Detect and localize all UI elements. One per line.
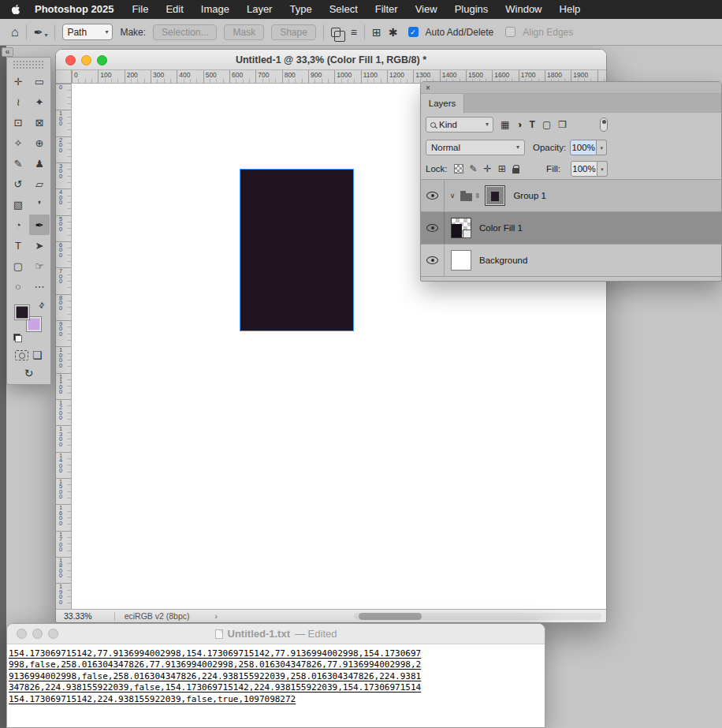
hand-tool-icon[interactable]: ☞ [29,256,50,276]
more-tools-icon[interactable]: ⋯ [29,276,50,297]
object-selection-tool-icon[interactable]: ✦ [29,91,50,112]
group-expand-chevron-icon[interactable]: ∨ [448,192,457,200]
layer-thumbnail[interactable] [451,250,471,271]
path-alignment-icon[interactable]: ≡ [351,27,357,38]
lock-position-icon[interactable]: ✛ [484,164,492,174]
lock-image-pixels-icon[interactable]: ✎ [470,164,478,174]
panel-grip[interactable] [13,60,45,69]
swap-colors-icon[interactable]: ⇄ [37,301,47,310]
path-mode-select[interactable]: Path ▾ [62,24,113,40]
panel-header[interactable]: × [421,82,721,94]
menu-window[interactable]: Window [497,0,550,19]
menu-plugins[interactable]: Plugins [446,0,497,19]
shape-button[interactable]: Shape [271,24,316,40]
zoom-field[interactable]: 33.33% [64,611,92,621]
dodge-tool-icon[interactable]: ◔ [8,215,28,235]
filter-type-layers-icon[interactable]: T [530,120,535,129]
foreground-color-swatch[interactable] [14,304,30,320]
layer-row[interactable]: ∨∞Group 1 [421,179,721,211]
minimize-button[interactable] [32,629,43,639]
panel-close-icon[interactable]: × [426,83,430,93]
path-operations-icon[interactable] [331,28,341,37]
align-edges-checkbox[interactable] [505,27,515,37]
lock-all-icon[interactable] [512,168,519,174]
layer-row[interactable]: Color Fill 1 [421,211,721,244]
layer-visibility-toggle[interactable] [421,180,445,211]
layer-row[interactable]: Background [421,244,721,276]
path-selection-tool-icon[interactable]: ➤ [29,235,50,256]
layer-visibility-toggle[interactable] [421,212,445,244]
menu-file[interactable]: File [123,0,157,19]
home-icon[interactable]: ⌂ [11,26,19,39]
fill-value[interactable]: 100% [571,161,597,177]
filter-kind-select[interactable]: Kind ▾ [426,117,493,133]
menu-select[interactable]: Select [321,0,367,19]
smudge-tool-icon[interactable]: ❜ [29,194,50,215]
frame-tool-icon[interactable]: ⊠ [29,112,50,133]
filter-pixel-layers-icon[interactable]: ▦ [501,120,509,129]
status-chevron-icon[interactable]: › [215,612,218,621]
shape-tool-icon[interactable]: ▢ [8,256,28,276]
screen-mode-icon[interactable]: ❏ [32,349,43,360]
history-brush-tool-icon[interactable]: ↺ [8,174,28,194]
filter-smart-objects-icon[interactable]: ❒ [558,120,567,129]
textedit-titlebar[interactable]: Untitled-1.txt — Edited [7,624,545,644]
horizontal-scrollbar[interactable] [354,613,601,620]
maximize-button[interactable] [48,629,58,639]
scrollbar-thumb[interactable] [359,613,422,620]
menu-type[interactable]: Type [281,0,320,19]
crop-tool-icon[interactable]: ⊡ [8,112,28,133]
lock-transparent-pixels-icon[interactable] [454,164,463,174]
menu-image[interactable]: Image [192,0,238,19]
toolbar-collapse-button[interactable]: « [2,47,13,57]
layer-name[interactable]: Group 1 [513,191,546,200]
blend-mode-select[interactable]: Normal ▾ [426,140,525,155]
close-button[interactable] [17,629,27,639]
opacity-value[interactable]: 100% [570,140,597,155]
zoom-tool-icon[interactable]: ○ [8,276,28,297]
layer-name[interactable]: Background [479,256,527,265]
move-tool-icon[interactable]: ✛ [8,71,28,91]
lock-artboard-icon[interactable]: ⊞ [498,164,506,174]
filter-adjustment-layers-icon[interactable]: ◑ [516,120,522,129]
mask-button[interactable]: Mask [224,24,264,40]
eyedropper-tool-icon[interactable]: ✧ [8,133,28,153]
auto-add-delete-checkbox[interactable]: ✓ [408,27,419,37]
layer-thumbnail[interactable] [485,185,505,206]
default-colors-icon[interactable] [13,334,22,342]
menu-edit[interactable]: Edit [157,0,192,19]
menu-view[interactable]: View [407,0,446,19]
lasso-tool-icon[interactable]: ≀ [8,91,28,112]
filter-toggle-switch[interactable] [600,118,608,132]
pen-tool-icon[interactable]: ✒ [29,215,50,235]
path-arrangement-icon[interactable]: ⊞ [372,27,381,38]
clone-stamp-tool-icon[interactable]: ♟ [29,153,50,174]
menu-help[interactable]: Help [551,0,590,19]
type-tool-icon[interactable]: T [8,235,28,256]
apple-icon[interactable] [11,4,20,15]
layers-tab[interactable]: Layers [421,94,464,113]
fill-input[interactable]: 100% ▾ [571,161,608,177]
menu-filter[interactable]: Filter [367,0,407,19]
selection-button[interactable]: Selection... [153,24,217,40]
pen-tool-preset-button[interactable]: ✒ ▾ [34,26,48,39]
document-titlebar[interactable]: Untitled-1 @ 33,3% (Color Fill 1, RGB/8)… [56,50,606,70]
text-area[interactable]: 154.173069715142,77.9136994002998,154.17… [7,644,545,705]
edit-toolbar-icon[interactable]: ↻ [24,368,34,379]
layer-thumbnail[interactable] [451,218,471,238]
marquee-tool-icon[interactable]: ▭ [29,71,50,91]
color-fill-shape[interactable] [240,169,354,331]
opacity-dropdown-button[interactable]: ▾ [597,140,607,155]
quick-mask-icon[interactable] [15,350,28,360]
gradient-tool-icon[interactable]: ▧ [8,194,28,215]
brush-tool-icon[interactable]: ✎ [8,153,28,174]
layer-visibility-toggle[interactable] [421,245,445,276]
fill-dropdown-button[interactable]: ▾ [597,161,608,177]
filter-shape-layers-icon[interactable]: ▢ [542,120,551,129]
eraser-tool-icon[interactable]: ▱ [29,174,50,194]
menu-photoshop-2025[interactable]: Photoshop 2025 [25,0,123,19]
healing-brush-tool-icon[interactable]: ⊕ [29,133,50,153]
menu-layer[interactable]: Layer [238,0,281,19]
opacity-input[interactable]: 100% ▾ [570,140,607,155]
gear-icon[interactable]: ✱ [389,27,398,38]
